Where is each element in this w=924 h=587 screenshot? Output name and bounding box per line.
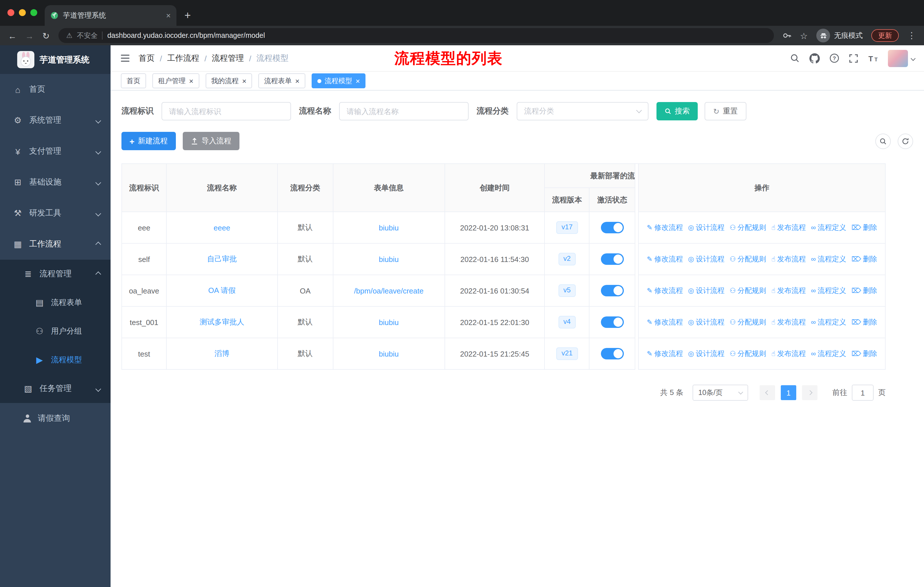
new-tab-button[interactable]: +	[185, 10, 191, 21]
process-name-link[interactable]: eeee	[214, 223, 230, 232]
process-definition-link[interactable]: ∞流程定义	[811, 349, 846, 359]
url-text[interactable]: dashboard.yudao.iocoder.cn/bpm/manager/m…	[107, 31, 265, 40]
avatar[interactable]	[888, 50, 908, 67]
window-zoom-button[interactable]	[30, 9, 37, 16]
design-process-link[interactable]: ◎设计流程	[688, 286, 724, 296]
assign-rule-link[interactable]: ⚇分配规则	[729, 254, 766, 264]
sidebar-item-payment[interactable]: ¥ 支付管理	[0, 136, 111, 167]
close-icon[interactable]: ×	[295, 77, 299, 84]
browser-tab[interactable]: 芋道管理系统 ×	[45, 5, 177, 26]
window-close-button[interactable]	[7, 9, 14, 16]
github-icon[interactable]	[809, 53, 820, 63]
next-page-button[interactable]	[802, 385, 817, 400]
breadcrumb-workflow[interactable]: 工作流程	[167, 53, 200, 63]
breadcrumb-home[interactable]: 首页	[139, 53, 155, 63]
search-icon[interactable]	[790, 53, 800, 63]
process-name-input[interactable]	[339, 102, 469, 121]
refresh-table-button[interactable]	[898, 133, 913, 149]
back-icon[interactable]: ←	[8, 31, 16, 40]
browser-update-button[interactable]: 更新	[871, 29, 899, 42]
close-icon[interactable]: ×	[356, 77, 360, 84]
import-process-button[interactable]: 导入流程	[183, 132, 239, 150]
tab-close-icon[interactable]: ×	[166, 12, 171, 20]
assign-rule-link[interactable]: ⚇分配规则	[729, 317, 766, 327]
publish-process-link[interactable]: ☝发布流程	[771, 254, 806, 264]
goto-page-input[interactable]	[852, 385, 874, 401]
version-badge[interactable]: v2	[558, 253, 576, 265]
toggle-search-button[interactable]	[875, 133, 891, 149]
sidebar-item-process-mgmt[interactable]: ≣ 流程管理	[0, 260, 111, 288]
active-toggle[interactable]	[601, 253, 624, 265]
sidebar-item-process-model[interactable]: ▶ 流程模型	[0, 346, 111, 374]
edit-process-link[interactable]: ✎修改流程	[647, 286, 683, 296]
delete-link[interactable]: ⌦删除	[851, 286, 877, 296]
design-process-link[interactable]: ◎设计流程	[688, 254, 724, 264]
process-name-link[interactable]: OA 请假	[208, 286, 236, 296]
password-key-icon[interactable]	[782, 31, 791, 40]
assign-rule-link[interactable]: ⚇分配规则	[729, 349, 766, 359]
create-process-button[interactable]: + 新建流程	[121, 132, 176, 150]
sidebar-item-task-mgmt[interactable]: ▧ 任务管理	[0, 374, 111, 403]
bookmark-star-icon[interactable]: ☆	[800, 31, 808, 40]
delete-link[interactable]: ⌦删除	[851, 223, 877, 232]
page-size-select[interactable]: 10条/页	[693, 385, 748, 401]
sidebar-item-workflow[interactable]: ▦ 工作流程	[0, 229, 111, 260]
process-definition-link[interactable]: ∞流程定义	[811, 317, 846, 327]
process-name-link[interactable]: 滔博	[214, 349, 229, 359]
edit-process-link[interactable]: ✎修改流程	[647, 317, 683, 327]
form-info-link[interactable]: /bpm/oa/leave/create	[354, 286, 424, 295]
form-info-link[interactable]: biubiu	[379, 318, 399, 326]
reload-icon[interactable]: ↻	[42, 31, 50, 40]
form-info-link[interactable]: biubiu	[379, 223, 399, 232]
help-icon[interactable]: ?	[830, 53, 839, 63]
search-button[interactable]: 搜索	[657, 102, 698, 121]
prev-page-button[interactable]	[760, 385, 775, 400]
user-menu[interactable]	[888, 50, 915, 67]
window-minimize-button[interactable]	[19, 9, 26, 16]
version-badge[interactable]: v17	[556, 221, 578, 233]
sidebar-item-infrastructure[interactable]: ⊞ 基础设施	[0, 167, 111, 198]
process-name-link[interactable]: 自己审批	[207, 254, 237, 264]
process-definition-link[interactable]: ∞流程定义	[811, 223, 846, 232]
delete-link[interactable]: ⌦删除	[851, 254, 877, 264]
assign-rule-link[interactable]: ⚇分配规则	[729, 286, 766, 296]
publish-process-link[interactable]: ☝发布流程	[771, 223, 806, 232]
active-toggle[interactable]	[601, 316, 624, 328]
hamburger-icon[interactable]	[120, 53, 130, 64]
sidebar-item-process-form[interactable]: ▤ 流程表单	[0, 288, 111, 317]
edit-process-link[interactable]: ✎修改流程	[647, 349, 683, 359]
version-badge[interactable]: v4	[558, 316, 576, 328]
active-toggle[interactable]	[601, 222, 624, 233]
edit-process-link[interactable]: ✎修改流程	[647, 254, 683, 264]
breadcrumb-process-mgmt[interactable]: 流程管理	[212, 53, 244, 63]
publish-process-link[interactable]: ☝发布流程	[771, 317, 806, 327]
sidebar-item-devtools[interactable]: ⚒ 研发工具	[0, 198, 111, 229]
process-id-input[interactable]	[162, 102, 291, 121]
process-definition-link[interactable]: ∞流程定义	[811, 254, 846, 264]
edit-process-link[interactable]: ✎修改流程	[647, 223, 683, 232]
sidebar-item-home[interactable]: ⌂ 首页	[0, 74, 111, 105]
tag-process-form[interactable]: 流程表单 ×	[258, 73, 305, 88]
address-bar[interactable]: ⚠ 不安全 dashboard.yudao.iocoder.cn/bpm/man…	[58, 28, 774, 43]
design-process-link[interactable]: ◎设计流程	[688, 317, 724, 327]
assign-rule-link[interactable]: ⚇分配规则	[729, 223, 766, 232]
tag-tenant-mgmt[interactable]: 租户管理 ×	[152, 73, 199, 88]
process-definition-link[interactable]: ∞流程定义	[811, 286, 846, 296]
version-badge[interactable]: v21	[556, 347, 578, 360]
tag-home[interactable]: 首页	[121, 73, 146, 88]
active-toggle[interactable]	[601, 348, 624, 359]
tag-process-model[interactable]: 流程模型 ×	[312, 73, 366, 88]
current-page[interactable]: 1	[781, 385, 796, 400]
reset-button[interactable]: ↻ 重置	[705, 102, 746, 121]
publish-process-link[interactable]: ☝发布流程	[771, 286, 806, 296]
security-label[interactable]: 不安全	[77, 31, 98, 40]
forward-icon[interactable]: →	[25, 31, 34, 40]
close-icon[interactable]: ×	[242, 77, 246, 84]
sidebar-item-system[interactable]: ⚙ 系统管理	[0, 105, 111, 136]
sidebar-item-user-group[interactable]: ⚇ 用户分组	[0, 317, 111, 346]
process-category-select[interactable]: 流程分类	[517, 102, 648, 121]
process-name-link[interactable]: 测试多审批人	[200, 317, 244, 327]
tag-my-process[interactable]: 我的流程 ×	[205, 73, 252, 88]
version-badge[interactable]: v5	[558, 284, 576, 297]
form-info-link[interactable]: biubiu	[379, 255, 399, 263]
